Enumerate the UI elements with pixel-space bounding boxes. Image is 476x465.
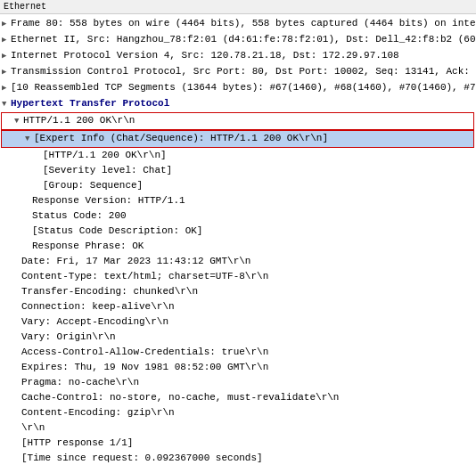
tree-item[interactable]: Status Code: 200 (0, 208, 476, 224)
toolbar-label: Ethernet (4, 2, 46, 12)
tree-item-text: Frame 80: 558 bytes on wire (4464 bits),… (11, 18, 476, 29)
tree-item[interactable]: Date: Fri, 17 Mar 2023 11:43:12 GMT\r\n (0, 254, 476, 269)
tree-item-text: Vary: Origin\r\n (21, 331, 116, 342)
tree-item[interactable]: [HTTP response 1/1] (0, 436, 476, 451)
tree-item[interactable]: Transfer-Encoding: chunked\r\n (0, 284, 476, 299)
tree-item-text: Cache-Control: no-store, no-cache, must-… (21, 392, 339, 403)
tree-item[interactable]: Content-Type: text/html; charset=UTF-8\r… (0, 269, 476, 284)
tree-item-text: [Group: Sequence] (43, 180, 143, 191)
tree-item-text: Internet Protocol Version 4, Src: 120.78… (11, 50, 399, 61)
tree-item[interactable]: Access-Control-Allow-Credentials: true\r… (0, 345, 476, 360)
tree-arrow-icon[interactable] (2, 66, 11, 79)
tree-item[interactable]: Frame 80: 558 bytes on wire (4464 bits),… (0, 16, 476, 32)
tree-arrow-icon[interactable] (2, 82, 11, 95)
tree-item[interactable]: Pragma: no-cache\r\n (0, 375, 476, 390)
tree-item-text: Transfer-Encoding: chunked\r\n (21, 286, 198, 297)
tree-item-text: Date: Fri, 17 Mar 2023 11:43:12 GMT\r\n (21, 256, 250, 266)
tree-item-text: Response Phrase: OK (32, 241, 144, 251)
tree-item-text: [Severity level: Chat] (43, 165, 172, 175)
tree-item-text: Connection: keep-alive\r\n (21, 301, 175, 312)
tree-item[interactable]: [Time since request: 0.092367000 seconds… (0, 451, 476, 465)
tree-item-text: \r\n (21, 422, 45, 433)
tree-item-text: Expires: Thu, 19 Nov 1981 08:52:00 GMT\r… (21, 362, 268, 372)
tree-item-text: [10 Reassembled TCP Segments (13644 byte… (11, 82, 476, 93)
tree-arrow-icon[interactable] (14, 115, 23, 128)
tree-item[interactable]: [Severity level: Chat] (0, 163, 476, 178)
tree-arrow-icon[interactable] (2, 98, 11, 111)
tree-item[interactable]: Vary: Origin\r\n (0, 330, 476, 345)
tree-item[interactable]: Hypertext Transfer Protocol (0, 96, 476, 112)
tree-item[interactable]: Connection: keep-alive\r\n (0, 299, 476, 314)
tree-item[interactable]: [Group: Sequence] (0, 178, 476, 193)
tree-item[interactable]: Cache-Control: no-store, no-cache, must-… (0, 390, 476, 405)
tree-item-text: Response Version: HTTP/1.1 (32, 195, 185, 206)
tree-item-text: Content-Encoding: gzip\r\n (21, 407, 175, 418)
tree-arrow-icon[interactable] (2, 34, 11, 47)
tree-item[interactable]: HTTP/1.1 200 OK\r\n (1, 112, 474, 130)
tree-item-text: Ethernet II, Src: Hangzhou_78:f2:01 (d4:… (11, 34, 476, 45)
tree-item[interactable]: Vary: Accept-Encoding\r\n (0, 314, 476, 330)
tree-item-text: [Status Code Description: OK] (32, 225, 202, 236)
tree-item[interactable]: Transmission Control Protocol, Src Port:… (0, 64, 476, 80)
tree-item[interactable]: \r\n (0, 420, 476, 436)
tree-item[interactable]: [Status Code Description: OK] (0, 224, 476, 239)
toolbar: Ethernet (0, 0, 476, 14)
tree-item-text: [Time since request: 0.092367000 seconds… (21, 453, 263, 463)
tree-item[interactable]: Expires: Thu, 19 Nov 1981 08:52:00 GMT\r… (0, 360, 476, 375)
tree-item[interactable]: [10 Reassembled TCP Segments (13644 byte… (0, 80, 476, 96)
packet-tree: Frame 80: 558 bytes on wire (4464 bits),… (0, 14, 476, 465)
tree-item[interactable]: Internet Protocol Version 4, Src: 120.78… (0, 48, 476, 64)
tree-item-text: Hypertext Transfer Protocol (11, 98, 169, 109)
tree-item-text: HTTP/1.1 200 OK\r\n (23, 115, 135, 126)
tree-item[interactable]: Content-Encoding: gzip\r\n (0, 405, 476, 420)
tree-item[interactable]: Response Phrase: OK (0, 239, 476, 254)
tree-item[interactable]: [Expert Info (Chat/Sequence): HTTP/1.1 2… (1, 130, 474, 148)
tree-item-text: Content-Type: text/html; charset=UTF-8\r… (21, 271, 268, 281)
tree-item[interactable]: Response Version: HTTP/1.1 (0, 193, 476, 208)
tree-arrow-icon[interactable] (25, 133, 34, 146)
tree-arrow-icon[interactable] (2, 50, 11, 63)
tree-item-text: Vary: Accept-Encoding\r\n (21, 316, 168, 327)
tree-item-text: [HTTP response 1/1] (21, 437, 133, 448)
tree-item-text: Transmission Control Protocol, Src Port:… (11, 66, 476, 77)
tree-item-text: Pragma: no-cache\r\n (21, 377, 139, 388)
tree-item[interactable]: [HTTP/1.1 200 OK\r\n] (0, 148, 476, 163)
tree-item[interactable]: Ethernet II, Src: Hangzhou_78:f2:01 (d4:… (0, 32, 476, 48)
tree-arrow-icon[interactable] (2, 18, 11, 31)
tree-item-text: Access-Control-Allow-Credentials: true\r… (21, 347, 268, 357)
tree-item-text: [HTTP/1.1 200 OK\r\n] (43, 150, 167, 160)
tree-item-text: [Expert Info (Chat/Sequence): HTTP/1.1 2… (34, 133, 328, 143)
tree-item-text: Status Code: 200 (32, 210, 127, 221)
